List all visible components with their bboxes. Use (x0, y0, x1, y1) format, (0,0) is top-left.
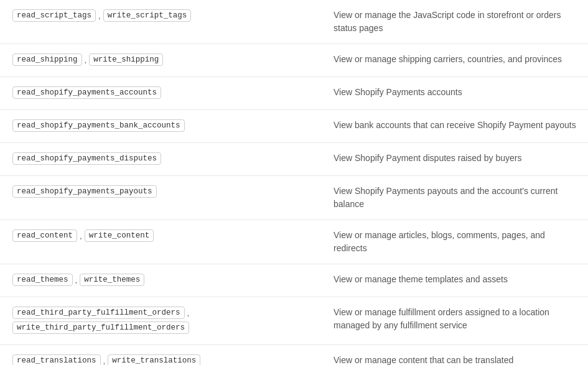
tag-separator: , (103, 356, 106, 366)
table-row: read_content,write_contentView or manage… (0, 220, 588, 264)
permission-description: View Shopify Payments accounts (324, 77, 588, 110)
permission-description: View or manage fulfillment orders assign… (324, 297, 588, 345)
table-row: read_shopify_payments_payoutsView Shopif… (0, 176, 588, 220)
permission-tag: write_translations (108, 354, 200, 365)
permission-tag: write_themes (80, 274, 144, 286)
permission-tag: read_shopify_payments_disputes (12, 152, 161, 165)
permission-tag: write_shipping (89, 53, 163, 66)
tags-cell: read_script_tags,write_script_tags (0, 0, 324, 44)
tag-separator: , (80, 231, 82, 241)
table-row: read_shopify_payments_accountsView Shopi… (0, 77, 588, 110)
table-row: read_shopify_payments_disputesView Shopi… (0, 143, 588, 176)
table-row: read_shipping,write_shippingView or mana… (0, 44, 588, 77)
permission-description: View bank accounts that can receive Shop… (324, 110, 588, 143)
permission-tag: read_shopify_payments_accounts (12, 86, 161, 99)
permission-description: View Shopify Payments payouts and the ac… (324, 176, 588, 220)
tag-separator: , (187, 308, 190, 318)
permission-description: View or manage the JavaScript code in st… (324, 0, 588, 44)
tags-cell: read_themes,write_themes (0, 264, 324, 297)
permission-description: View Shopify Payment disputes raised by … (324, 143, 588, 176)
permission-tag: read_shopify_payments_payouts (12, 185, 157, 198)
tags-cell: read_shopify_payments_bank_accounts (0, 110, 324, 143)
permission-tag: read_script_tags (12, 9, 96, 22)
permissions-table: read_script_tags,write_script_tagsView o… (0, 0, 588, 365)
table-row: read_shopify_payments_bank_accountsView … (0, 110, 588, 143)
permission-tag: read_shipping (12, 53, 82, 66)
permission-tag: read_themes (12, 274, 73, 286)
tags-cell: read_shopify_payments_disputes (0, 143, 324, 176)
tags-cell: read_shipping,write_shipping (0, 44, 324, 77)
permission-tag: read_third_party_fulfillment_orders (12, 307, 185, 319)
tag-separator: , (98, 11, 101, 21)
permission-description: View or manage content that can be trans… (324, 345, 588, 366)
permission-description: View or manage theme templates and asset… (324, 264, 588, 297)
table-row: read_themes,write_themesView or manage t… (0, 264, 588, 297)
permission-tag: read_translations (12, 354, 101, 365)
permission-description: View or manage shipping carriers, countr… (324, 44, 588, 77)
permission-tag: read_shopify_payments_bank_accounts (12, 119, 185, 132)
tags-cell: read_shopify_payments_payouts (0, 176, 324, 220)
permission-tag: write_script_tags (103, 9, 192, 22)
tags-cell: read_third_party_fulfillment_orders,writ… (0, 297, 324, 345)
tag-separator: , (75, 275, 78, 285)
permission-description: View or manage articles, blogs, comments… (324, 220, 588, 264)
tag-separator: , (85, 55, 87, 65)
tags-cell: read_shopify_payments_accounts (0, 77, 324, 110)
tags-cell: read_translations,write_translations (0, 345, 324, 366)
table-row: read_script_tags,write_script_tagsView o… (0, 0, 588, 44)
permission-tag: write_third_party_fulfillment_orders (12, 321, 189, 334)
permission-tag: write_content (85, 229, 154, 242)
table-row: read_translations,write_translationsView… (0, 345, 588, 366)
permission-tag: read_content (12, 229, 77, 242)
table-row: read_third_party_fulfillment_orders,writ… (0, 297, 588, 345)
tags-cell: read_content,write_content (0, 220, 324, 264)
